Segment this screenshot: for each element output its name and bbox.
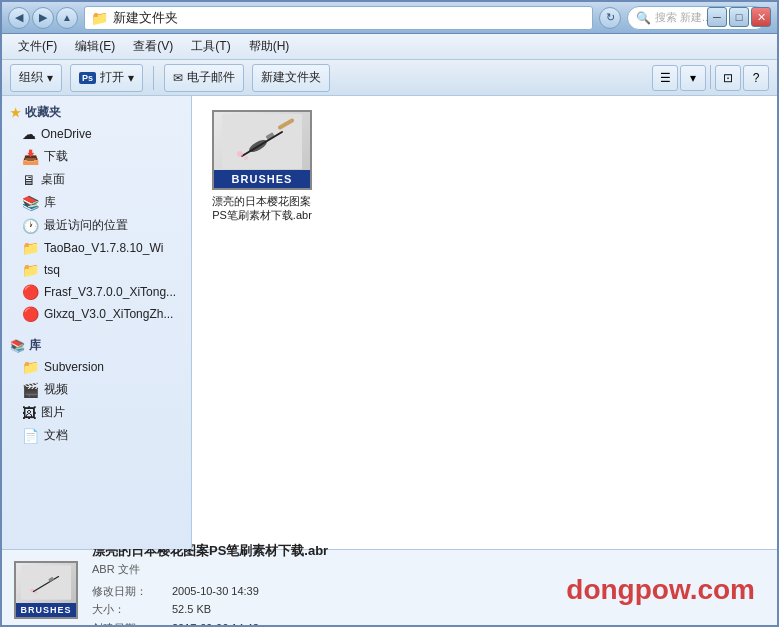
watermark: dongpow.com (566, 574, 765, 606)
open-arrow: ▾ (128, 71, 134, 85)
minimize-button[interactable]: ─ (707, 7, 727, 27)
organize-label: 组织 (19, 69, 43, 86)
sidebar-separator (2, 325, 191, 333)
menu-tools[interactable]: 工具(T) (183, 36, 238, 57)
library-icon: 📚 (22, 195, 39, 211)
brush-image (214, 112, 310, 170)
onedrive-label: OneDrive (41, 127, 92, 141)
libraries-section: 📚 库 (2, 333, 191, 356)
sidebar-bottom-space (2, 447, 191, 477)
modified-label: 修改日期： (92, 583, 172, 601)
recent-label: 最近访问的位置 (44, 217, 128, 234)
file-thumb-label: BRUSHES (214, 170, 310, 188)
libraries-title: 库 (29, 337, 41, 354)
sidebar-item-library[interactable]: 📚 库 (2, 191, 191, 214)
back-button[interactable]: ◀ (8, 7, 30, 29)
menu-file[interactable]: 文件(F) (10, 36, 65, 57)
sidebar-item-taobao[interactable]: 📁 TaoBao_V1.7.8.10_Wi (2, 237, 191, 259)
documents-label: 文档 (44, 427, 68, 444)
file-name: 漂亮的日本樱花图案PS笔刷素材下载.abr (212, 194, 312, 223)
pictures-icon: 🖼 (22, 405, 36, 421)
search-icon: 🔍 (636, 11, 651, 25)
size-value: 52.5 KB (172, 601, 552, 619)
glxzq-icon: 🔴 (22, 306, 39, 322)
menu-view[interactable]: 查看(V) (125, 36, 181, 57)
new-folder-button[interactable]: 新建文件夹 (252, 64, 330, 92)
status-details: 修改日期： 2005-10-30 14:39 大小： 52.5 KB 创建日期：… (92, 583, 552, 627)
sidebar-item-recent[interactable]: 🕐 最近访问的位置 (2, 214, 191, 237)
svg-point-8 (35, 592, 38, 595)
titlebar: ◀ ▶ ▲ 📁 新建文件夹 ↻ 🔍 搜索 新建... ─ □ ✕ (2, 2, 777, 34)
file-area: BRUSHES 漂亮的日本樱花图案PS笔刷素材下载.abr (192, 96, 777, 549)
status-filetype: ABR 文件 (92, 562, 552, 577)
status-thumb-image (16, 563, 76, 603)
open-button[interactable]: Ps 打开 ▾ (70, 64, 143, 92)
sidebar-item-video[interactable]: 🎬 视频 (2, 378, 191, 401)
desktop-icon: 🖥 (22, 172, 36, 188)
sidebar-item-frasf[interactable]: 🔴 Frasf_V3.7.0.0_XiTong... (2, 281, 191, 303)
video-label: 视频 (44, 381, 68, 398)
sidebar-item-documents[interactable]: 📄 文档 (2, 424, 191, 447)
glxzq-label: Glxzq_V3.0_XiTongZh... (44, 307, 173, 321)
view-list-button[interactable]: ☰ (652, 65, 678, 91)
view-divider (710, 65, 711, 89)
pictures-label: 图片 (41, 404, 65, 421)
forward-button[interactable]: ▶ (32, 7, 54, 29)
view-panel-button[interactable]: ⊡ (715, 65, 741, 91)
folder-icon: 📁 (91, 10, 108, 26)
favorites-title: 收藏夹 (25, 104, 61, 121)
sidebar-item-tsq[interactable]: 📁 tsq (2, 259, 191, 281)
address-bar[interactable]: 📁 新建文件夹 (84, 6, 593, 30)
created-value: 2017-09-06 14:43 (172, 620, 552, 627)
file-item-brushes[interactable]: BRUSHES 漂亮的日本樱花图案PS笔刷素材下载.abr (202, 106, 322, 227)
email-button[interactable]: ✉ 电子邮件 (164, 64, 244, 92)
toolbar-divider (153, 66, 154, 90)
organize-button[interactable]: 组织 ▾ (10, 64, 62, 92)
sidebar-item-download[interactable]: 📥 下载 (2, 145, 191, 168)
ps-icon: Ps (79, 72, 96, 84)
taobao-icon: 📁 (22, 240, 39, 256)
view-arrow-button[interactable]: ▾ (680, 65, 706, 91)
menubar: 文件(F) 编辑(E) 查看(V) 工具(T) 帮助(H) (2, 34, 777, 60)
menu-edit[interactable]: 编辑(E) (67, 36, 123, 57)
library2-icon: 📚 (10, 339, 25, 353)
taobao-label: TaoBao_V1.7.8.10_Wi (44, 241, 163, 255)
maximize-button[interactable]: □ (729, 7, 749, 27)
path-text: 新建文件夹 (113, 9, 178, 27)
up-button[interactable]: ▲ (56, 7, 78, 29)
status-thumbnail: BRUSHES (14, 561, 78, 619)
close-button[interactable]: ✕ (751, 7, 771, 27)
svg-rect-6 (21, 565, 71, 599)
sidebar-item-glxzq[interactable]: 🔴 Glxzq_V3.0_XiTongZh... (2, 303, 191, 325)
sidebar-item-onedrive[interactable]: ☁ OneDrive (2, 123, 191, 145)
email-label: 电子邮件 (187, 69, 235, 86)
frasf-icon: 🔴 (22, 284, 39, 300)
subversion-label: Subversion (44, 360, 104, 374)
favorites-star-icon: ★ (10, 106, 21, 120)
toolbar: 组织 ▾ Ps 打开 ▾ ✉ 电子邮件 新建文件夹 ☰ ▾ ⊡ ? (2, 60, 777, 96)
status-info: 漂亮的日本樱花图案PS笔刷素材下载.abr ABR 文件 修改日期： 2005-… (92, 542, 552, 627)
status-thumb-label: BRUSHES (16, 603, 76, 617)
organize-arrow: ▾ (47, 71, 53, 85)
refresh-button[interactable]: ↻ (599, 7, 621, 29)
documents-icon: 📄 (22, 428, 39, 444)
subversion-icon: 📁 (22, 359, 39, 375)
download-icon: 📥 (22, 149, 39, 165)
view-buttons: ☰ ▾ ⊡ ? (652, 65, 769, 91)
nav-buttons: ◀ ▶ ▲ (8, 7, 78, 29)
menu-help[interactable]: 帮助(H) (241, 36, 298, 57)
file-thumbnail: BRUSHES (212, 110, 312, 190)
svg-point-5 (244, 156, 248, 160)
frasf-label: Frasf_V3.7.0.0_XiTong... (44, 285, 176, 299)
svg-point-4 (237, 151, 243, 157)
open-label: 打开 (100, 69, 124, 86)
modified-value: 2005-10-30 14:39 (172, 583, 552, 601)
created-label: 创建日期： (92, 620, 172, 627)
sidebar-item-desktop[interactable]: 🖥 桌面 (2, 168, 191, 191)
sidebar-item-pictures[interactable]: 🖼 图片 (2, 401, 191, 424)
view-help-button[interactable]: ? (743, 65, 769, 91)
email-icon: ✉ (173, 71, 183, 85)
sidebar-item-subversion[interactable]: 📁 Subversion (2, 356, 191, 378)
library-label: 库 (44, 194, 56, 211)
tsq-icon: 📁 (22, 262, 39, 278)
